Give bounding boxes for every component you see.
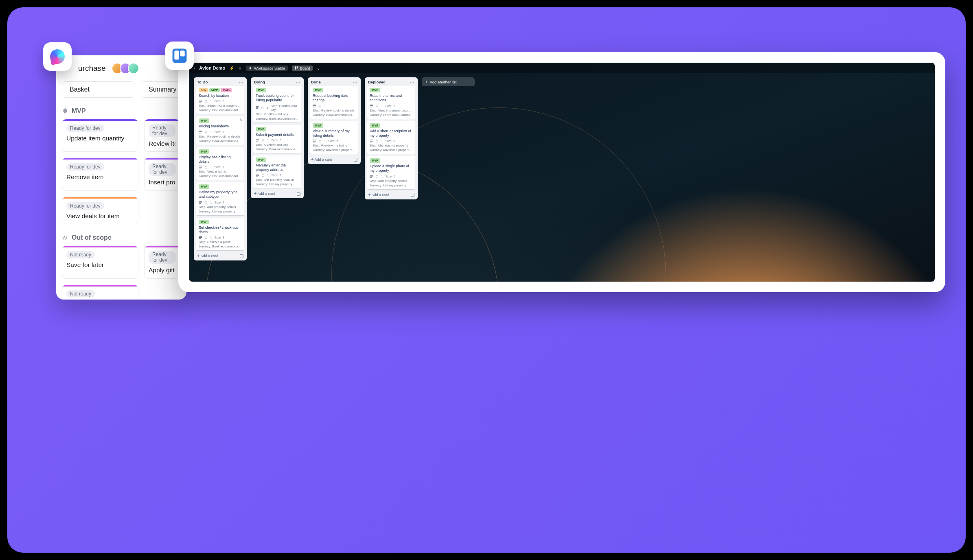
card-label[interactable]: MVP: [370, 123, 380, 128]
attachment-icon: [261, 106, 264, 109]
board-card[interactable]: MVPUpload a single photo of my property1…: [367, 156, 415, 189]
card-subtext: Journey: Book accommodation: [256, 147, 299, 151]
section-header: MVP: [62, 107, 181, 115]
card-subtext: Step: Set property location: [256, 178, 299, 182]
trello-frame: ‹ Avion Demo ⚡ ☆ Workspace visible Board…: [178, 52, 945, 292]
bolt-icon[interactable]: ⚡: [229, 66, 234, 70]
card-title: Define my property type and subtype: [199, 190, 242, 199]
avatar[interactable]: [128, 63, 139, 74]
list-name[interactable]: To Do: [197, 80, 208, 84]
pencil-icon[interactable]: ✎: [239, 118, 243, 122]
board-card[interactable]: ✎MVPPricing breakdown1Size: 2Step: Revie…: [196, 116, 244, 144]
card-label[interactable]: MVP: [370, 158, 380, 163]
template-icon[interactable]: [297, 192, 300, 196]
board-card[interactable]: MVPSet check-in / check-out dates1Size: …: [196, 218, 244, 251]
card-label[interactable]: MVP: [313, 123, 323, 128]
add-card-button[interactable]: + Add a card: [253, 190, 301, 196]
description-icon: [370, 105, 373, 107]
story-card[interactable]: Ready for devReview item: [144, 119, 180, 152]
story-card[interactable]: Ready for devApply gift c: [144, 245, 180, 278]
story-card[interactable]: Ready for devView deals for item: [62, 197, 138, 224]
attachment-count: 1: [267, 173, 269, 177]
board-card[interactable]: MVPDisplay basic listing details1Size: 2…: [196, 147, 244, 180]
story-card[interactable]: Not readyShare item: [62, 284, 138, 300]
size-label: Size: 5: [328, 139, 338, 143]
svg-rect-4: [296, 66, 298, 68]
card-subtext: Step: Search for a place to stay: [199, 104, 242, 107]
board-card[interactable]: MVPDefine my property type and subtype1S…: [196, 182, 244, 215]
list-name[interactable]: Doing: [254, 80, 265, 84]
tab-summary[interactable]: Summary: [141, 81, 184, 98]
tab-basket[interactable]: Basket: [62, 81, 135, 98]
board-card[interactable]: JoyMVPPainSearch by location1Size: 8Step…: [196, 86, 244, 114]
board-list: Done⋯MVPRequest booking date change1Step…: [308, 77, 361, 164]
description-icon: [370, 175, 373, 178]
visibility-button[interactable]: Workspace visible: [246, 66, 287, 71]
board-card[interactable]: MVPSubmit payment details1Size: 5Step: C…: [253, 125, 301, 153]
attachment-icon: [204, 166, 208, 169]
card-title: Review item: [149, 140, 175, 147]
card-label[interactable]: MVP: [370, 88, 380, 92]
story-card[interactable]: Ready for devRemove item: [62, 158, 138, 190]
card-label[interactable]: MVP: [199, 149, 209, 154]
template-icon[interactable]: [411, 193, 414, 197]
card-label[interactable]: MVP: [199, 118, 209, 123]
chevron-left-icon[interactable]: ‹: [194, 66, 195, 70]
avatar-stack[interactable]: [112, 63, 139, 74]
story-card[interactable]: Ready for devInsert prom: [144, 158, 180, 190]
board-card[interactable]: MVPTrack booking count for listing popul…: [253, 86, 301, 122]
attachment-icon: [204, 130, 208, 133]
board-card[interactable]: MVPRead the terms and conditions1Size: 2…: [367, 86, 415, 119]
list-name[interactable]: Done: [311, 80, 321, 84]
trello-logo-icon: [172, 48, 187, 63]
card-title: Submit payment details: [256, 133, 299, 137]
size-label: Size: 2: [385, 104, 395, 108]
list-menu-icon[interactable]: ⋯: [296, 81, 300, 84]
story-card[interactable]: Not readySave for later: [62, 245, 138, 278]
board-card[interactable]: MVPManually enter the property address1S…: [253, 155, 301, 188]
status-badge: Ready for dev: [66, 202, 104, 210]
card-label[interactable]: MVP: [199, 184, 209, 189]
add-list-button[interactable]: +Add another list: [422, 77, 475, 86]
star-icon[interactable]: ☆: [238, 66, 242, 70]
card-label[interactable]: Joy: [199, 88, 208, 92]
story-card[interactable]: Ready for devUpdate item quantity: [62, 119, 138, 152]
list-menu-icon[interactable]: ⋯: [410, 81, 414, 84]
card-meta: 1Size: 2: [370, 104, 413, 108]
card-subtext: Step: Confirm and pay: [256, 143, 299, 147]
card-label[interactable]: MVP: [256, 158, 266, 162]
template-icon[interactable]: [240, 254, 243, 258]
add-card-button[interactable]: + Add a card: [196, 253, 244, 258]
card-label[interactable]: MVP: [313, 88, 323, 92]
svg-rect-1: [174, 50, 179, 59]
card-subtext: Journey: Advanced property managem…: [313, 148, 356, 152]
list-menu-icon[interactable]: ⋯: [239, 81, 243, 84]
size-label: Size: 2: [385, 139, 395, 143]
avion-app-icon: [43, 42, 72, 71]
add-card-button[interactable]: + Add a card: [310, 156, 358, 162]
add-card-button[interactable]: + Add a card: [367, 192, 415, 197]
board-name[interactable]: Avion Demo: [199, 66, 225, 70]
card-meta: 1Size: 5: [256, 138, 299, 142]
card-label[interactable]: MVP: [256, 127, 266, 131]
card-label[interactable]: MVP: [209, 88, 220, 92]
board-card[interactable]: MVPView a summary of my listing details1…: [310, 121, 358, 154]
card-meta: 1: [313, 104, 356, 108]
card-label[interactable]: MVP: [256, 88, 266, 92]
card-meta: 1Size: 3: [199, 236, 242, 239]
board-card[interactable]: MVPAdd a short description of my propert…: [367, 121, 415, 154]
card-subtext: Step: Reserve a place: [199, 240, 242, 244]
card-meta: 1Size: 2: [256, 173, 299, 177]
board-card[interactable]: MVPRequest booking date change1Step: Rev…: [310, 86, 358, 119]
chevron-down-icon[interactable]: ⌄: [317, 66, 320, 70]
template-icon[interactable]: [354, 158, 357, 162]
trello-header: ‹ Avion Demo ⚡ ☆ Workspace visible Board…: [189, 63, 935, 73]
list-menu-icon[interactable]: ⋯: [353, 81, 357, 84]
card-title: Manually enter the property address: [256, 163, 299, 173]
card-label[interactable]: MVP: [199, 220, 209, 224]
card-title: Insert prom: [149, 178, 175, 186]
list-name[interactable]: Deployed: [368, 80, 386, 84]
card-subtext: Journey: Find accommodation: [199, 174, 242, 178]
card-label[interactable]: Pain: [221, 88, 232, 92]
view-switch-button[interactable]: Board: [292, 66, 313, 71]
